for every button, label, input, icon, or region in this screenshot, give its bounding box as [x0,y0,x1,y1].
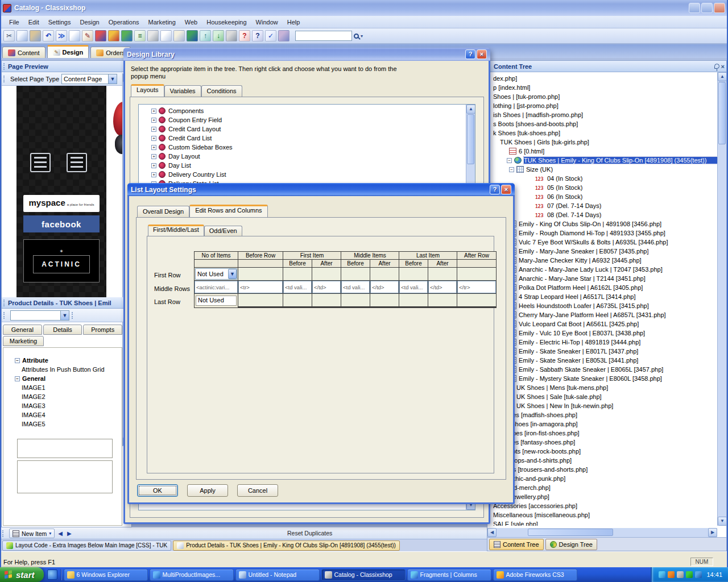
forward-arrow-icon[interactable]: ▶ [66,530,73,537]
find-page-icon[interactable] [108,30,119,41]
taskbar-item[interactable]: Untitled - Notepad [235,569,320,581]
tree-item[interactable]: − Fist Shoes [iron-fist-shoes.php] [487,429,717,438]
tree-item[interactable]: − UK Shoes | Sale [tuk-sale.php] [487,392,717,401]
tree-item[interactable]: − 4 Strap Leopard Heel | A6517L [3414.ph… [487,292,717,301]
chevron-down-icon[interactable]: ▼ [108,74,117,84]
tree-item[interactable]: − s Boots [shoes-and-boots.php] [487,119,717,128]
tree-item[interactable]: − TUK Shoes | Girls [tuk-girls.php] [487,138,717,147]
help-contents-icon[interactable]: ? [239,30,250,41]
tree-item[interactable]: − 08 (Del. 7-14 Days) [487,210,717,219]
tree-item[interactable]: − sh Shoes [madfish-shoes.php] [487,410,717,419]
property-tree-item[interactable]: − Attributes In Push Button Grid [9,365,122,374]
tree-item[interactable]: − UK Shoes | Mens [tuk-mens.php] [487,383,717,392]
tree-item[interactable]: − Vulc Leopard Cat Boot | A6561L [3425.p… [487,319,717,329]
tree-item[interactable]: − TUK Shoes | Emily - King Of Clubs Slip… [487,156,717,165]
tree-item[interactable]: − Emily - King Of Clubs Slip-On | 489190… [487,219,717,228]
toolbar-grip[interactable] [3,312,5,319]
expander-icon[interactable]: − [509,167,514,172]
export-icon[interactable]: ≫ [56,30,67,41]
menu-item[interactable]: Help [283,18,305,27]
layout-tree-item[interactable]: + Day Layout [139,152,475,161]
close-icon[interactable]: × [721,64,725,69]
close-button[interactable]: × [477,49,487,59]
layout-tree-item[interactable]: + Components [139,106,475,115]
middle-last-after-input[interactable] [428,281,457,293]
middle-middle-after-input[interactable] [370,281,399,293]
menu-item[interactable]: Operations [104,18,144,27]
design-library-titlebar[interactable]: Design Library ? × [123,48,490,61]
tree-item[interactable]: − ish Shoes | [madfish-promo.php] [487,110,717,119]
tree-item[interactable]: − agura Shoes [in-amagora.php] [487,419,717,429]
layout-tree-item[interactable]: + Coupon Entry Field [139,115,475,124]
page-type-select[interactable]: Content Page ▼ [61,74,117,84]
close-button[interactable] [714,3,725,13]
content-tree-button[interactable]: Content Tree [489,539,544,550]
start-button[interactable]: start [0,567,44,582]
expander-icon[interactable]: − [15,376,20,381]
tree-item[interactable]: − UK Shoes | New In [tuk-newin.php] [487,401,717,410]
panel-grip[interactable] [3,300,5,306]
list-layout-tab[interactable]: Overall Design [137,206,189,217]
tree-item[interactable]: − Polka Dot Platform Heel | A6162L [3405… [487,283,717,292]
tree-item[interactable]: − Emily - Mary-Jane Sneaker | E8057 [343… [487,247,717,256]
maximize-button[interactable] [701,3,713,13]
chevron-down-icon[interactable]: ▼ [228,269,237,279]
scroll-up-icon[interactable]: ▲ [466,105,475,114]
expander-icon[interactable]: − [15,358,20,363]
property-tree-item[interactable]: − General [9,374,122,383]
help-button[interactable]: ? [490,185,500,194]
main-tab[interactable]: Content [2,47,46,58]
upload-icon[interactable]: ↑ [200,30,211,41]
tree-item[interactable]: − Anarchic - Mary-Jane Star | T2144 [345… [487,274,717,283]
value-box[interactable] [17,460,113,493]
color-picker-icon[interactable] [95,30,106,41]
print-icon[interactable] [147,30,159,41]
context-help-icon[interactable]: ? [252,30,263,41]
menu-item[interactable]: Design [75,18,104,27]
list-layout-tab[interactable]: Edit Rows and Columns [189,205,267,217]
expander-icon[interactable]: + [151,163,156,168]
row-set-tab[interactable]: Odd/Even [204,226,242,236]
copy-icon[interactable] [16,30,28,41]
undo-icon[interactable]: ↶ [43,30,54,41]
scroll-thumb[interactable] [718,82,726,144]
tree-item[interactable]: − Vulc 7 Eye Boot W/Skulls & Bolts | A69… [487,238,717,247]
help-button[interactable]: ? [465,49,475,59]
property-tree-item[interactable]: − Attribute [9,356,122,365]
taskbar-item[interactable]: Adobe Fireworks CS3 [493,569,577,581]
tree-item[interactable]: − Miscellaneous [miscellaneous.php] [487,510,717,519]
menu-item[interactable]: Housekeeping [202,18,251,27]
expander-icon[interactable]: + [151,109,156,114]
property-tree-item[interactable]: − IMAGE2 [9,392,122,401]
tree-item[interactable]: − ellery [jewellery.php] [487,492,717,501]
expander-icon[interactable]: + [151,127,156,132]
menu-item[interactable]: Edit [24,18,44,27]
row-set-tab[interactable]: First/Middle/Last [148,225,204,236]
quick-launch-ie-icon[interactable] [47,569,57,580]
taskbar-item[interactable]: Fragments | Columns [407,569,491,581]
tree-item[interactable]: − Emily - Mystery Skate Sneaker | E8060L… [487,374,717,383]
calculator-icon[interactable] [226,30,237,41]
layout-tree-item[interactable]: + Credit Card Layout [139,124,475,134]
scroll-up-icon[interactable]: ▲ [718,72,727,81]
page-preview-icon[interactable] [160,30,172,41]
tree-item[interactable]: − p [index.html] [487,83,717,92]
dialog-button[interactable]: OK [137,484,178,497]
menu-item[interactable]: Marketing [144,18,180,27]
reset-duplicates-label[interactable]: Reset Duplicates [287,530,332,537]
middle-first-before-input[interactable] [283,281,312,293]
product-details-tab[interactable]: Marketing [3,336,44,346]
back-arrow-icon[interactable]: ◀ [57,530,64,537]
scroll-right-icon[interactable]: ▶ [708,528,717,537]
menu-item[interactable]: Settings [44,18,76,27]
expander-icon[interactable]: + [151,172,156,177]
tree-item[interactable]: − Accessories [accessories.php] [487,501,717,510]
page-setup-icon[interactable] [173,30,185,41]
expander-icon[interactable]: + [151,136,156,141]
tree-item[interactable]: − Shirts [tops-and-t-shirts.php] [487,456,717,465]
middle-after-row-input[interactable] [457,281,496,293]
property-tree-item[interactable]: − IMAGE4 [9,410,122,419]
tree-item[interactable]: − 06 (In Stock) [487,192,717,201]
list-levels-icon[interactable]: ≡ [134,30,146,41]
display-tray-icon[interactable] [695,571,702,578]
